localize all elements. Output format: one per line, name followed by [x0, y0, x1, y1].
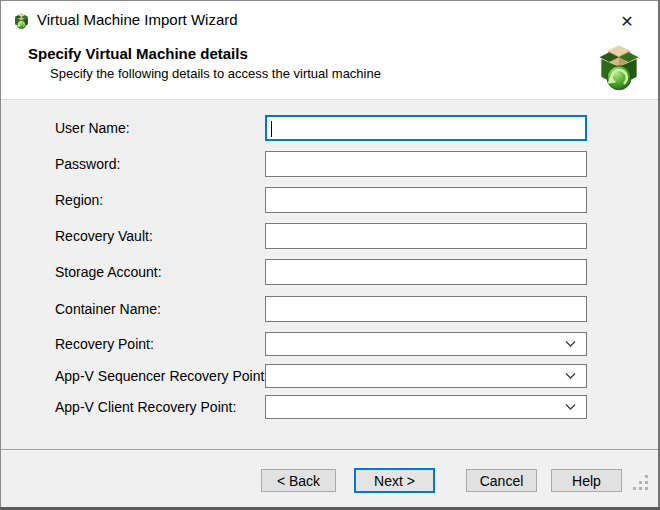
user-name-input[interactable] [265, 115, 587, 141]
footer-separator [1, 449, 658, 451]
close-icon[interactable]: ✕ [612, 8, 642, 34]
next-button[interactable]: Next > [354, 468, 435, 493]
recovery-point-combobox[interactable] [265, 332, 587, 356]
password-input[interactable] [265, 151, 587, 177]
recovery-vault-input[interactable] [265, 223, 587, 249]
field-label-appv-client-recovery-point: App-V Client Recovery Point: [55, 395, 261, 419]
field-label-recovery-point: Recovery Point: [55, 332, 261, 356]
window-border-left [0, 0, 1, 510]
field-label-appv-sequencer-recovery-point: App-V Sequencer Recovery Point: [55, 364, 261, 388]
region-input[interactable] [265, 187, 587, 213]
window-title: Virtual Machine Import Wizard [37, 0, 238, 40]
page-title: Specify Virtual Machine details [28, 45, 248, 62]
text-caret [271, 121, 272, 137]
title-bar[interactable]: Virtual Machine Import Wizard ✕ [0, 0, 660, 40]
field-label-storage-account: Storage Account: [55, 259, 261, 285]
field-label-recovery-vault: Recovery Vault: [55, 223, 261, 249]
field-label-user-name: User Name: [55, 115, 261, 141]
chevron-down-icon [565, 404, 576, 410]
field-label-container-name: Container Name: [55, 296, 261, 322]
window-border-top [0, 0, 660, 1]
vm-import-cube-icon [597, 43, 641, 93]
container-name-input[interactable] [265, 296, 587, 322]
chevron-down-icon [565, 341, 576, 347]
cancel-button[interactable]: Cancel [466, 469, 537, 492]
vm-import-cube-icon [13, 12, 30, 30]
back-button[interactable]: < Back [261, 469, 336, 492]
resize-grip[interactable] [633, 475, 636, 478]
field-label-region: Region: [55, 187, 261, 213]
help-button[interactable]: Help [551, 469, 622, 492]
page-subtitle: Specify the following details to access … [50, 66, 381, 81]
vm-import-wizard-dialog: Virtual Machine Import Wizard ✕ Specify … [0, 0, 660, 510]
appv-sequencer-recovery-point-combobox[interactable] [265, 364, 587, 388]
appv-client-recovery-point-combobox[interactable] [265, 395, 587, 419]
storage-account-input[interactable] [265, 259, 587, 285]
chevron-down-icon [565, 373, 576, 379]
field-label-password: Password: [55, 151, 261, 177]
